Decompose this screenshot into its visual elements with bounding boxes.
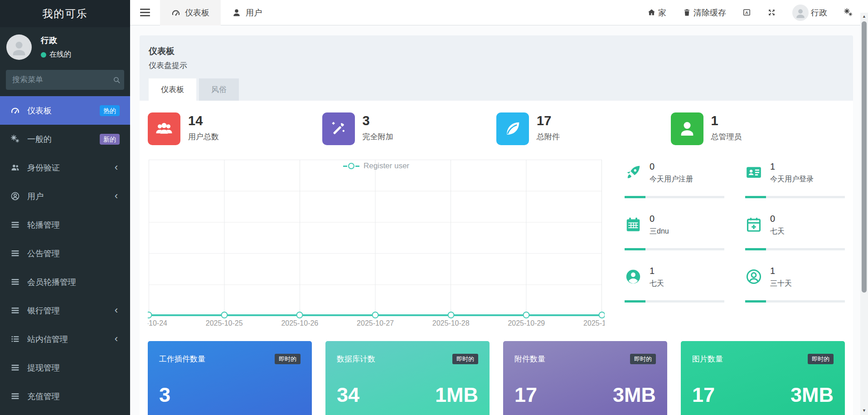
list-icon xyxy=(10,363,20,372)
card-title: 附件数量 xyxy=(514,354,545,364)
scrollbar-thumb[interactable] xyxy=(862,21,867,293)
page-header: 仪表板 仪表盘提示 xyxy=(140,35,853,71)
navbar-user[interactable]: 行政 xyxy=(792,5,827,21)
list-icon xyxy=(10,306,20,315)
chevron-left-icon: ‹ xyxy=(115,304,118,316)
mini-stat-login-today: 1今天用户登录 xyxy=(745,161,845,214)
card-value: 17 xyxy=(514,383,537,407)
realtime-badge: 即时的 xyxy=(275,354,301,364)
realtime-badge: 即时的 xyxy=(630,354,656,364)
stat-admins: 1总管理员 xyxy=(671,112,845,145)
page-title: 仪表板 xyxy=(149,45,844,57)
legend-marker-icon xyxy=(348,163,354,169)
online-dot-icon xyxy=(41,52,46,58)
user-status: 在线的 xyxy=(41,50,71,59)
sidebar-item-messages[interactable]: 站内信管理‹ xyxy=(0,325,130,353)
top-navbar: 仪表板 用户 家 清除缓存 行政 xyxy=(130,0,860,25)
cogs-icon xyxy=(844,8,853,17)
mini-stat-seven-days-active: 1七天 xyxy=(625,266,724,318)
tab-dashboard[interactable]: 仪表板 xyxy=(149,78,196,101)
dashboard-panel: 仪表板 仪表盘提示 仪表板 风俗 14用户总数 3完全附加 17总附件 xyxy=(140,35,853,415)
mini-stat-thirty-days: 1三十天 xyxy=(745,266,845,318)
avatar xyxy=(792,5,809,21)
list-ul-icon xyxy=(10,334,20,344)
search-icon[interactable] xyxy=(112,76,121,84)
gauge-icon xyxy=(10,106,20,115)
scrollbar[interactable]: ▲ ▼ xyxy=(860,0,868,415)
progress-bar xyxy=(745,248,845,250)
gauge-icon xyxy=(171,8,180,17)
sidebar-item-general[interactable]: 一般的新的 xyxy=(0,125,130,153)
realtime-badge: 即时的 xyxy=(452,354,478,364)
card-database: 数据库计数即时的 341MB xyxy=(325,341,490,415)
scroll-up-icon[interactable]: ▲ xyxy=(860,13,868,20)
sidebar-item-auth[interactable]: 身份验证‹ xyxy=(0,153,130,182)
sidebar-item-dashboard[interactable]: 仪表板热的 xyxy=(0,96,130,125)
mini-stat-seven-days: 0七天 xyxy=(745,214,845,266)
user-avatar[interactable] xyxy=(6,34,32,60)
scroll-down-icon[interactable]: ▼ xyxy=(860,407,868,414)
trash-icon xyxy=(683,8,691,17)
chevron-left-icon: ‹ xyxy=(115,161,118,173)
list-icon xyxy=(10,391,20,401)
card-attachments: 附件数量即时的 173MB xyxy=(503,341,667,415)
x-axis-label: 2025-10-28 xyxy=(432,319,470,327)
chevron-left-icon: ‹ xyxy=(115,190,118,201)
stats-row: 14用户总数 3完全附加 17总附件 1总管理员 xyxy=(148,112,845,145)
stat-total-users: 14用户总数 xyxy=(148,112,322,145)
mini-stat-register-today: 0今天用户注册 xyxy=(625,161,724,214)
topbar-tab-user[interactable]: 用户 xyxy=(221,0,273,25)
clear-cache-button[interactable]: 清除缓存 xyxy=(683,7,726,18)
sidebar-toggle-icon[interactable] xyxy=(130,0,160,25)
x-axis-label: 2025-10-27 xyxy=(357,319,394,327)
user-icon xyxy=(671,112,703,145)
sidebar-item-withdraw[interactable]: 提现管理 xyxy=(0,353,130,382)
mini-stats-grid: 0今天用户注册 1今天用户登录 0三dnu xyxy=(625,158,845,327)
tab-custom[interactable]: 风俗 xyxy=(199,78,239,101)
panel-body: 14用户总数 3完全附加 17总附件 1总管理员 xyxy=(140,101,853,415)
legend-line-icon xyxy=(355,166,359,167)
home-button[interactable]: 家 xyxy=(647,7,666,18)
cogs-icon xyxy=(10,134,20,144)
card-title: 数据库计数 xyxy=(337,354,375,364)
progress-bar xyxy=(625,196,724,198)
card-images: 图片数量即时的 173MB xyxy=(681,341,845,415)
card-size: 3MB xyxy=(613,383,656,407)
user-circle-icon xyxy=(745,268,762,285)
sidebar-item-user[interactable]: 用户‹ xyxy=(0,182,130,210)
chart-plot-area xyxy=(149,160,602,316)
x-axis-label: 2025-10-24 xyxy=(148,319,167,327)
card-title: 工作插件数量 xyxy=(159,354,205,364)
user-circle-icon xyxy=(10,191,20,201)
realtime-badge: 即时的 xyxy=(808,354,834,364)
sidebar-item-member-carousel[interactable]: 会员轮播管理 xyxy=(0,268,130,296)
x-axis-labels: 2025-10-242025-10-252025-10-262025-10-27… xyxy=(149,317,602,327)
fullscreen-button[interactable] xyxy=(767,8,776,17)
chart-legend[interactable]: Register user xyxy=(148,161,605,171)
card-value: 3 xyxy=(159,383,170,407)
users-group-icon xyxy=(148,112,180,145)
calendar-icon xyxy=(625,216,642,233)
sidebar-item-announcement[interactable]: 公告管理 xyxy=(0,239,130,268)
settings-button[interactable] xyxy=(844,8,853,17)
page-subtitle: 仪表盘提示 xyxy=(149,60,844,71)
card-value: 17 xyxy=(692,383,715,407)
sidebar: 我的可乐 行政 在线的 仪表板热的 一般的新的 身份验证‹ 用户‹ 轮播管理 公… xyxy=(0,0,130,415)
leaf-icon xyxy=(496,112,529,145)
register-user-chart[interactable]: Register user 2025-10-242025-10-252025-1… xyxy=(148,158,605,327)
search-input[interactable] xyxy=(12,75,112,84)
language-button[interactable] xyxy=(742,8,751,17)
sidebar-item-recharge[interactable]: 充值管理 xyxy=(0,382,130,410)
card-size: 3MB xyxy=(790,383,834,407)
app-logo[interactable]: 我的可乐 xyxy=(0,0,130,27)
progress-bar xyxy=(625,248,724,250)
new-badge: 新的 xyxy=(100,134,120,145)
panel-tabs: 仪表板 风俗 xyxy=(140,78,853,101)
progress-bar xyxy=(745,300,845,303)
topbar-tab-dashboard[interactable]: 仪表板 xyxy=(160,0,221,25)
content-area: 仪表板 仪表盘提示 仪表板 风俗 14用户总数 3完全附加 17总附件 xyxy=(130,25,860,415)
summary-cards-row: 工作插件数量即时的 3 数据库计数即时的 341MB 附件数量即时的 173MB… xyxy=(148,341,845,415)
card-plugins: 工作插件数量即时的 3 xyxy=(148,341,312,415)
sidebar-item-carousel[interactable]: 轮播管理 xyxy=(0,210,130,239)
sidebar-item-bank[interactable]: 银行管理‹ xyxy=(0,296,130,325)
